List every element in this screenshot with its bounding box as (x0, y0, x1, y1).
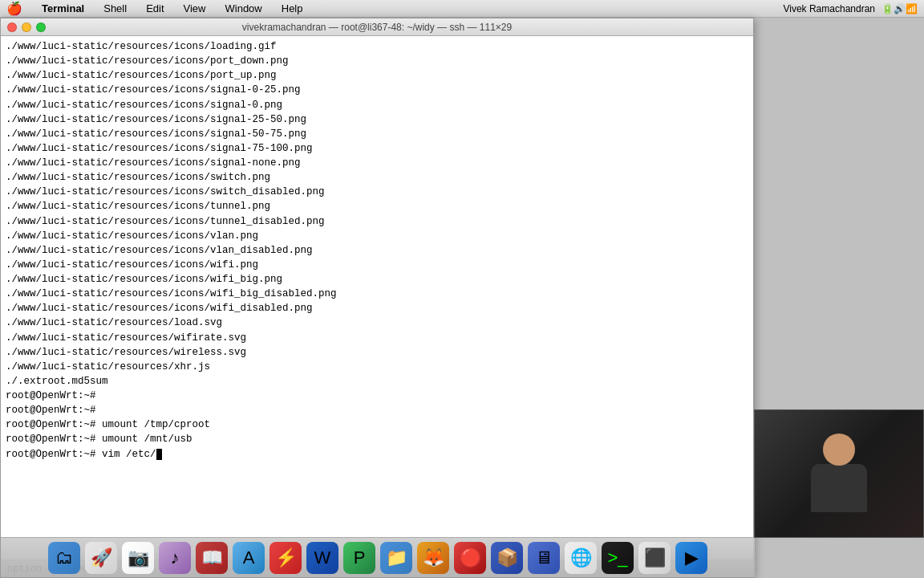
terminal-line: root@OpenWrt:~# (6, 389, 748, 403)
dock-item-launchpad[interactable]: 🚀 (85, 542, 117, 574)
terminal-titlebar: vivekramachandran — root@li367-48: ~/wid… (1, 18, 753, 36)
dock-item-red-app[interactable]: ⚡ (270, 542, 302, 574)
dock-item-green-app[interactable]: P (343, 542, 375, 574)
dock-item-firefox[interactable]: 🦊 (417, 542, 449, 574)
dock-item-chrome[interactable]: 🌐 (565, 542, 597, 574)
terminal-line: ./www/luci-static/resources/icons/loadin… (6, 39, 748, 54)
terminal-line: ./www/luci-static/resources/xhr.js (6, 360, 748, 374)
dock-item-app-store[interactable]: A (233, 542, 265, 574)
terminal-line: ./www/luci-static/resources/icons/port_d… (6, 54, 748, 68)
dock-item-terminal[interactable]: >_ (602, 542, 634, 574)
webcam-overlay (754, 409, 924, 538)
dock: 🗂🚀📷♪📖A⚡WP📁🦊🔴📦🖥🌐>_⬛▶ (1, 537, 755, 577)
dock-item-word[interactable]: W (306, 542, 338, 574)
terminal-line: root@OpenWrt:~# (6, 403, 748, 417)
menu-help[interactable]: Help (278, 1, 306, 16)
terminal-line: root@OpenWrt:~# umount /tmp/cproot (6, 417, 748, 432)
dock-item-virtualbox[interactable]: 📦 (491, 542, 523, 574)
terminal-content[interactable]: ./www/luci-static/resources/icons/loadin… (1, 36, 753, 560)
window-title: vivekramachandran — root@li367-48: ~/wid… (242, 22, 512, 33)
dock-item-quicktime[interactable]: ▶ (675, 542, 707, 574)
terminal-line: ./www/luci-static/resources/wifirate.svg (6, 331, 748, 345)
dock-item-folder[interactable]: 📁 (380, 542, 412, 574)
terminal-line: ./www/luci-static/resources/icons/vlan_d… (6, 243, 748, 258)
terminal-line: ./www/luci-static/resources/icons/switch… (6, 170, 748, 185)
menu-view[interactable]: View (180, 1, 209, 16)
menu-terminal[interactable]: Terminal (38, 1, 87, 16)
person-body (811, 464, 867, 512)
dock-item-red-os[interactable]: 🔴 (454, 542, 486, 574)
apple-menu[interactable]: 🍎 (6, 1, 22, 16)
dock-item-photos[interactable]: 📷 (122, 542, 154, 574)
terminal-line: ./www/luci-static/resources/icons/port_u… (6, 68, 748, 83)
terminal-line: root@OpenWrt:~# vim /etc/ (6, 447, 748, 462)
menubar-user: Vivek Ramachandran (783, 3, 875, 14)
menu-shell[interactable]: Shell (100, 1, 130, 16)
terminal-line: root@OpenWrt:~# umount /mnt/usb (6, 432, 748, 446)
menu-window[interactable]: Window (222, 1, 265, 16)
menu-edit[interactable]: Edit (143, 1, 167, 16)
terminal-line: ./www/luci-static/resources/icons/signal… (6, 83, 748, 97)
terminal-line: ./www/luci-static/resources/icons/wifi_b… (6, 287, 748, 301)
terminal-line: ./www/luci-static/resources/icons/wifi.p… (6, 258, 748, 272)
terminal-line: ./www/luci-static/resources/icons/signal… (6, 141, 748, 156)
terminal-line: ./www/luci-static/resources/icons/signal… (6, 156, 748, 170)
person-head (823, 434, 855, 466)
terminal-line: ./.extroot.md5sum (6, 374, 748, 389)
terminal-line: ./www/luci-static/resources/icons/tunnel… (6, 214, 748, 229)
dock-item-ibooks[interactable]: 📖 (196, 542, 228, 574)
dock-item-terminal2[interactable]: ⬛ (638, 542, 671, 574)
terminal-line: ./www/luci-static/resources/wireless.svg (6, 345, 748, 360)
terminal-line: ./www/luci-static/resources/icons/signal… (6, 127, 748, 141)
person-silhouette (807, 425, 871, 522)
terminal-line: ./www/luci-static/resources/icons/wifi_d… (6, 301, 748, 315)
terminal-line: ./www/luci-static/resources/load.svg (6, 315, 748, 330)
minimize-button[interactable] (22, 22, 31, 32)
dock-item-itunes[interactable]: ♪ (159, 542, 191, 574)
maximize-button[interactable] (36, 22, 46, 32)
close-button[interactable] (7, 22, 17, 32)
terminal-cursor (156, 449, 162, 460)
terminal-line: ./www/luci-static/resources/icons/vlan.p… (6, 229, 748, 243)
terminal-window: vivekramachandran — root@li367-48: ~/wid… (0, 18, 754, 578)
webcam-person (755, 410, 923, 537)
terminal-line: ./www/luci-static/resources/icons/signal… (6, 112, 748, 127)
traffic-lights (7, 22, 46, 32)
menubar-icons: 🔋🔊📶 (881, 3, 918, 14)
terminal-line: ./www/luci-static/resources/icons/tunnel… (6, 199, 748, 214)
terminal-line: ./www/luci-static/resources/icons/signal… (6, 98, 748, 112)
dock-item-finder[interactable]: 🗂 (48, 542, 80, 574)
menubar: 🍎 Terminal Shell Edit View Window Help V… (0, 0, 924, 18)
terminal-line: ./www/luci-static/resources/icons/wifi_b… (6, 272, 748, 287)
menubar-right: Vivek Ramachandran 🔋🔊📶 (783, 3, 918, 14)
terminal-line: ./www/luci-static/resources/icons/switch… (6, 185, 748, 199)
dock-item-virtualbox2[interactable]: 🖥 (528, 542, 560, 574)
